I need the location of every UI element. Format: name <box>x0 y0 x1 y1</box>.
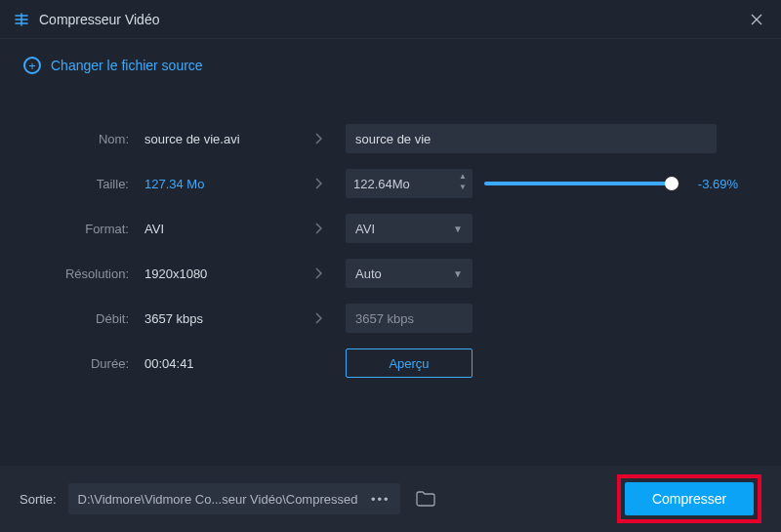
size-percent: -3.69% <box>689 177 738 191</box>
format-original: AVI <box>144 222 291 236</box>
row-format: Format: AVI AVI ▼ <box>39 206 742 251</box>
row-resolution: Résolution: 1920x1080 Auto ▼ <box>39 251 742 296</box>
row-size: Taille: 127.34 Mo 122.64Mo ▲▼ -3.69% <box>39 161 742 206</box>
label-resolution: Résolution: <box>39 266 137 281</box>
change-source-button[interactable]: + Changer le fichier source <box>0 39 781 82</box>
preview-button[interactable]: Aperçu <box>346 348 473 378</box>
label-size: Taille: <box>39 177 137 191</box>
chevron-right-icon <box>299 312 338 324</box>
plus-circle-icon: + <box>23 57 41 74</box>
settings-form: Nom: source de vie.avi Taille: 127.34 Mo… <box>0 82 781 386</box>
size-spinner[interactable]: 122.64Mo ▲▼ <box>346 169 473 198</box>
row-name: Nom: source de vie.avi <box>39 116 742 161</box>
compress-highlight: Compresser <box>617 474 761 523</box>
browse-button[interactable]: ••• <box>371 492 390 507</box>
label-name: Nom: <box>39 132 137 146</box>
bitrate-original: 3657 kbps <box>144 311 291 326</box>
footer: Sortie: D:\Vidmore\Vidmore Co...seur Vid… <box>0 466 781 532</box>
resolution-select[interactable]: Auto ▼ <box>346 259 473 288</box>
chevron-right-icon <box>299 223 338 234</box>
slider-thumb[interactable] <box>665 177 678 190</box>
size-slider[interactable] <box>484 182 679 185</box>
output-path-field[interactable]: D:\Vidmore\Vidmore Co...seur Vidéo\Compr… <box>68 483 400 514</box>
row-bitrate: Débit: 3657 kbps 3657 kbps <box>39 296 742 341</box>
output-path-text: D:\Vidmore\Vidmore Co...seur Vidéo\Compr… <box>78 492 358 507</box>
size-original: 127.34 Mo <box>144 177 291 191</box>
slider-fill <box>484 182 672 185</box>
open-folder-icon[interactable] <box>412 487 439 511</box>
format-target: AVI <box>355 222 375 236</box>
window-title: Compresseur Vidéo <box>39 12 159 27</box>
caret-down-icon: ▼ <box>453 268 463 279</box>
name-input[interactable] <box>346 124 717 153</box>
chevron-right-icon <box>299 133 338 144</box>
chevron-right-icon <box>299 267 338 279</box>
row-duration: Durée: 00:04:41 Aperçu <box>39 341 742 386</box>
format-select[interactable]: AVI ▼ <box>346 214 473 243</box>
resolution-target: Auto <box>355 266 382 281</box>
resolution-original: 1920x1080 <box>144 266 291 281</box>
label-format: Format: <box>39 222 137 236</box>
output-label: Sortie: <box>20 492 57 507</box>
spinner-arrows-icon[interactable]: ▲▼ <box>459 172 467 191</box>
name-original: source de vie.avi <box>144 132 291 146</box>
close-icon[interactable] <box>746 9 767 30</box>
compress-button[interactable]: Compresser <box>625 482 754 515</box>
label-bitrate: Débit: <box>39 311 137 326</box>
caret-down-icon: ▼ <box>453 224 463 234</box>
change-source-label: Changer le fichier source <box>51 58 203 73</box>
app-icon <box>14 12 29 27</box>
chevron-right-icon <box>299 178 338 189</box>
bitrate-target: 3657 kbps <box>346 304 473 333</box>
titlebar: Compresseur Vidéo <box>0 0 781 39</box>
size-target: 122.64Mo <box>353 177 410 191</box>
duration-value: 00:04:41 <box>144 356 291 371</box>
label-duration: Durée: <box>39 356 137 371</box>
